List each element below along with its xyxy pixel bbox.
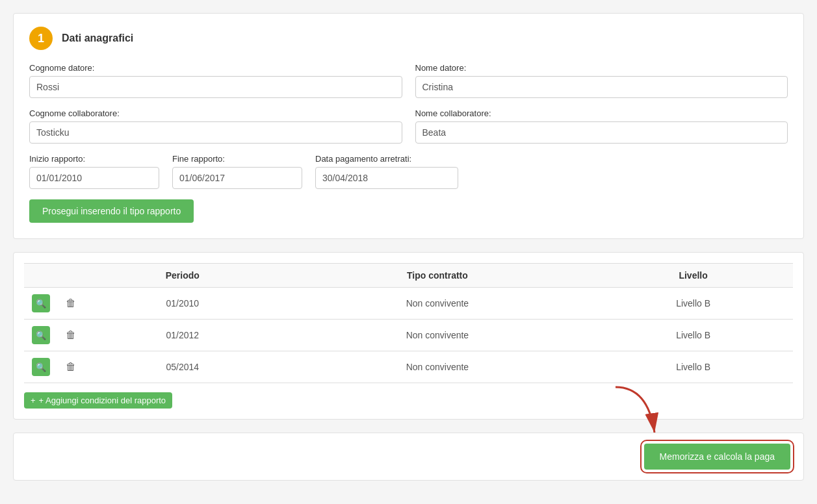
table-cell-action: 🔍 <box>24 351 58 383</box>
memorizza-button[interactable]: Memorizza e calcola la paga <box>644 444 790 470</box>
delete-button[interactable]: 🗑 <box>66 361 76 373</box>
cognome-datore-group: Cognome datore: <box>29 63 402 98</box>
nome-collaboratore-label: Nome collaboratore: <box>415 108 788 118</box>
form-row-names: Cognome datore: Nome datore: <box>29 63 788 98</box>
bottom-container: Memorizza e calcola la paga <box>13 433 804 481</box>
table-cell-delete: 🗑 <box>58 320 84 351</box>
table-cell-livello: Livello B <box>593 288 793 320</box>
table-section: Periodo Tipo contratto Livello 🔍 🗑 01/20… <box>13 252 804 420</box>
form-row-collaboratore: Cognome collaboratore: Nome collaborator… <box>29 108 788 144</box>
cognome-datore-input[interactable] <box>29 76 402 98</box>
aggiungi-condizioni-button[interactable]: + + Aggiungi condizioni del rapporto <box>24 392 172 409</box>
nome-datore-input[interactable] <box>415 76 788 98</box>
inizio-rapporto-label: Inizio rapporto: <box>29 154 159 164</box>
table-cell-delete: 🗑 <box>58 288 84 320</box>
table-cell-action: 🔍 <box>24 288 58 320</box>
table-cell-periodo: 05/2014 <box>84 351 281 383</box>
fine-rapporto-input[interactable] <box>172 167 302 189</box>
col-header-tipo-contratto: Tipo contratto <box>281 264 594 288</box>
data-pagamento-label: Data pagamento arretrati: <box>315 154 458 164</box>
inizio-rapporto-input[interactable] <box>29 167 159 189</box>
dati-anagrafici-section: 1 Dati anagrafici Cognome datore: Nome d… <box>13 13 804 239</box>
form-row-dates: Inizio rapporto: Fine rapporto: Data pag… <box>29 154 788 189</box>
cognome-collaboratore-label: Cognome collaboratore: <box>29 108 402 118</box>
nome-datore-label: Nome datore: <box>415 63 788 73</box>
col-header-action1 <box>24 264 58 288</box>
view-button[interactable]: 🔍 <box>32 326 50 344</box>
aggiungi-label: + Aggiungi condizioni del rapporto <box>39 396 166 405</box>
table-cell-delete: 🗑 <box>58 351 84 383</box>
table-cell-action: 🔍 <box>24 320 58 351</box>
cognome-datore-label: Cognome datore: <box>29 63 402 73</box>
col-header-del <box>58 264 84 288</box>
table-cell-tipo-contratto: Non convivente <box>281 288 594 320</box>
section-header: 1 Dati anagrafici <box>29 27 788 50</box>
inizio-rapporto-group: Inizio rapporto: <box>29 154 159 189</box>
cognome-collaboratore-input[interactable] <box>29 121 402 144</box>
nome-datore-group: Nome datore: <box>415 63 788 98</box>
nome-collaboratore-group: Nome collaboratore: <box>415 108 788 144</box>
prosegui-button[interactable]: Prosegui inserendo il tipo rapporto <box>29 199 194 223</box>
data-pagamento-group: Data pagamento arretrati: <box>315 154 458 189</box>
delete-button[interactable]: 🗑 <box>66 297 76 309</box>
fine-rapporto-group: Fine rapporto: <box>172 154 302 189</box>
table-row: 🔍 🗑 01/2010 Non convivente Livello B <box>24 288 793 320</box>
cognome-collaboratore-group: Cognome collaboratore: <box>29 108 402 144</box>
fine-rapporto-label: Fine rapporto: <box>172 154 302 164</box>
view-button[interactable]: 🔍 <box>32 294 50 312</box>
bottom-bar: Memorizza e calcola la paga <box>13 433 804 481</box>
section-title: Dati anagrafici <box>62 32 133 44</box>
table-header-row: Periodo Tipo contratto Livello <box>24 264 793 288</box>
table-row: 🔍 🗑 01/2012 Non convivente Livello B <box>24 320 793 351</box>
col-header-periodo: Periodo <box>84 264 281 288</box>
step-badge: 1 <box>29 27 53 50</box>
table-cell-tipo-contratto: Non convivente <box>281 320 594 351</box>
table-cell-periodo: 01/2012 <box>84 320 281 351</box>
table-cell-tipo-contratto: Non convivente <box>281 351 594 383</box>
col-header-livello: Livello <box>593 264 793 288</box>
table-footer: + + Aggiungi condizioni del rapporto <box>24 392 793 409</box>
view-button[interactable]: 🔍 <box>32 358 50 376</box>
table-row: 🔍 🗑 05/2014 Non convivente Livello B <box>24 351 793 383</box>
plus-icon: + <box>31 396 36 405</box>
spacer-group <box>471 154 788 189</box>
table-cell-periodo: 01/2010 <box>84 288 281 320</box>
data-pagamento-input[interactable] <box>315 167 458 189</box>
prosegui-button-container: Prosegui inserendo il tipo rapporto <box>29 199 788 223</box>
delete-button[interactable]: 🗑 <box>66 329 76 341</box>
nome-collaboratore-input[interactable] <box>415 121 788 144</box>
table-cell-livello: Livello B <box>593 320 793 351</box>
contratto-table: Periodo Tipo contratto Livello 🔍 🗑 01/20… <box>24 263 793 383</box>
table-cell-livello: Livello B <box>593 351 793 383</box>
